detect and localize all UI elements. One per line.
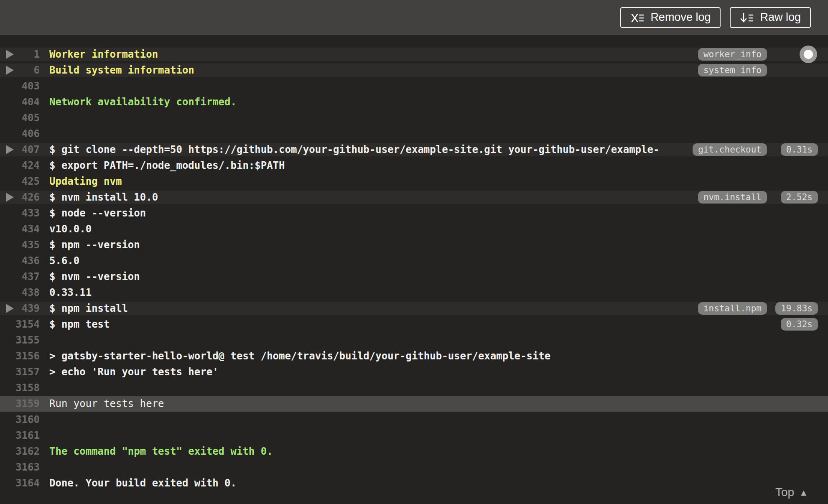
- log-line-3161: 3161: [0, 428, 828, 443]
- top-link-label: Top: [775, 486, 794, 499]
- log-line-424: 424$ export PATH=./node_modules/.bin:$PA…: [0, 158, 828, 173]
- duration-badge: 19.83s: [775, 302, 818, 315]
- line-number[interactable]: 3159: [0, 398, 40, 410]
- line-number[interactable]: 437: [0, 271, 40, 283]
- raw-log-icon: [740, 11, 754, 24]
- fold-tag-badge: git.checkout: [693, 143, 767, 156]
- log-line-435: 435$ npm --version: [0, 237, 828, 253]
- raw-log-label: Raw log: [760, 11, 801, 24]
- log-text: Updating nvm: [49, 176, 828, 187]
- line-number[interactable]: 3164: [0, 477, 40, 489]
- line-number[interactable]: 3158: [0, 382, 40, 394]
- raw-log-button[interactable]: Raw log: [730, 7, 811, 28]
- scrollbar-thumb[interactable]: [800, 46, 817, 63]
- log-text: v10.0.0: [49, 223, 828, 235]
- scroll-to-top-link[interactable]: Top ▲: [775, 486, 808, 499]
- log-line-426: 426$ nvm install 10.0nvm.install2.52s: [0, 189, 828, 205]
- line-number[interactable]: 433: [0, 207, 40, 219]
- log-text: Done. Your build exited with 0.: [49, 477, 828, 489]
- log-text: $ export PATH=./node_modules/.bin:$PATH: [49, 160, 828, 171]
- remove-log-icon: [630, 11, 645, 24]
- remove-log-label: Remove log: [650, 11, 711, 24]
- log-line-3158: 3158: [0, 380, 828, 396]
- line-number[interactable]: 405: [0, 112, 40, 124]
- log-line-439: 439$ npm installinstall.npm19.83s: [0, 300, 828, 316]
- log-line-3157: 3157> echo 'Run your tests here': [0, 364, 828, 380]
- fold-toggle-icon[interactable]: [6, 304, 14, 313]
- duration-badge: 2.52s: [781, 191, 818, 204]
- log-line-438: 4380.33.11: [0, 285, 828, 300]
- fold-toggle-icon[interactable]: [6, 193, 14, 202]
- line-number[interactable]: 406: [0, 128, 40, 140]
- line-number[interactable]: 403: [0, 80, 40, 92]
- log-line-3164: 3164Done. Your build exited with 0.: [0, 475, 828, 491]
- log-line-405: 405: [0, 110, 828, 126]
- chevron-up-icon: ▲: [799, 488, 808, 497]
- log-line-425: 425Updating nvm: [0, 173, 828, 189]
- log-line-6: 6Build system informationsystem_info: [0, 62, 828, 78]
- log-line-3155: 3155: [0, 332, 828, 348]
- line-number[interactable]: 434: [0, 223, 40, 235]
- line-number[interactable]: 438: [0, 287, 40, 298]
- line-number[interactable]: 3154: [0, 318, 40, 330]
- line-number[interactable]: 3162: [0, 445, 40, 457]
- duration-badge: 0.32s: [781, 318, 818, 331]
- line-number[interactable]: 3155: [0, 334, 40, 346]
- log-line-436: 4365.6.0: [0, 253, 828, 269]
- log-line-437: 437$ nvm --version: [0, 269, 828, 285]
- fold-toggle-icon[interactable]: [6, 66, 14, 75]
- log-text: 0.33.11: [49, 287, 828, 298]
- line-number[interactable]: 3156: [0, 350, 40, 362]
- log-text: $ npm --version: [49, 239, 828, 251]
- fold-toggle-icon[interactable]: [6, 50, 14, 59]
- log-pane: 1Worker informationworker_info6Build sys…: [0, 35, 828, 491]
- line-number[interactable]: 3161: [0, 430, 40, 441]
- log-line-434: 434v10.0.0: [0, 221, 828, 237]
- log-text: Network availability confirmed.: [49, 96, 828, 108]
- build-log-screen: Remove log Raw log 1Worker informationwo…: [0, 0, 828, 504]
- log-line-3154: 3154$ npm test0.32s: [0, 316, 828, 332]
- log-text: > gatsby-starter-hello-world@ test /home…: [49, 350, 828, 362]
- log-text: The command "npm test" exited with 0.: [49, 445, 828, 457]
- log-toolbar: Remove log Raw log: [0, 0, 828, 35]
- log-line-3160: 3160: [0, 412, 828, 428]
- log-line-404: 404Network availability confirmed.: [0, 94, 828, 110]
- log-text: Run your tests here: [49, 398, 828, 410]
- log-text: $ nvm --version: [49, 271, 828, 283]
- log-text: $ npm test: [49, 318, 828, 330]
- log-line-403: 403: [0, 78, 828, 94]
- log-line-3162: 3162The command "npm test" exited with 0…: [0, 443, 828, 459]
- line-number[interactable]: 3160: [0, 414, 40, 425]
- line-number[interactable]: 424: [0, 160, 40, 171]
- log-line-3156: 3156> gatsby-starter-hello-world@ test /…: [0, 348, 828, 364]
- log-line-407: 407$ git clone --depth=50 https://github…: [0, 142, 828, 158]
- fold-tag-badge: nvm.install: [698, 191, 767, 204]
- log-text: > echo 'Run your tests here': [49, 366, 828, 378]
- log-line-1: 1Worker informationworker_info: [0, 46, 828, 62]
- fold-toggle-icon[interactable]: [6, 145, 14, 154]
- remove-log-button[interactable]: Remove log: [620, 7, 721, 28]
- fold-tag-badge: system_info: [698, 64, 767, 76]
- fold-tag-badge: worker_info: [698, 48, 767, 61]
- line-number[interactable]: 436: [0, 255, 40, 267]
- line-number[interactable]: 404: [0, 96, 40, 108]
- fold-tag-badge: install.npm: [698, 302, 767, 315]
- log-text: 5.6.0: [49, 255, 828, 267]
- log-line-3163: 3163: [0, 459, 828, 475]
- log-line-433: 433$ node --version: [0, 205, 828, 221]
- log-line-3159: 3159Run your tests here: [0, 396, 828, 412]
- line-number[interactable]: 425: [0, 176, 40, 187]
- log-line-406: 406: [0, 126, 828, 142]
- duration-badge: 0.31s: [781, 143, 818, 156]
- line-number[interactable]: 3157: [0, 366, 40, 378]
- line-number[interactable]: 3163: [0, 461, 40, 473]
- line-number[interactable]: 435: [0, 239, 40, 251]
- log-text: $ node --version: [49, 207, 828, 219]
